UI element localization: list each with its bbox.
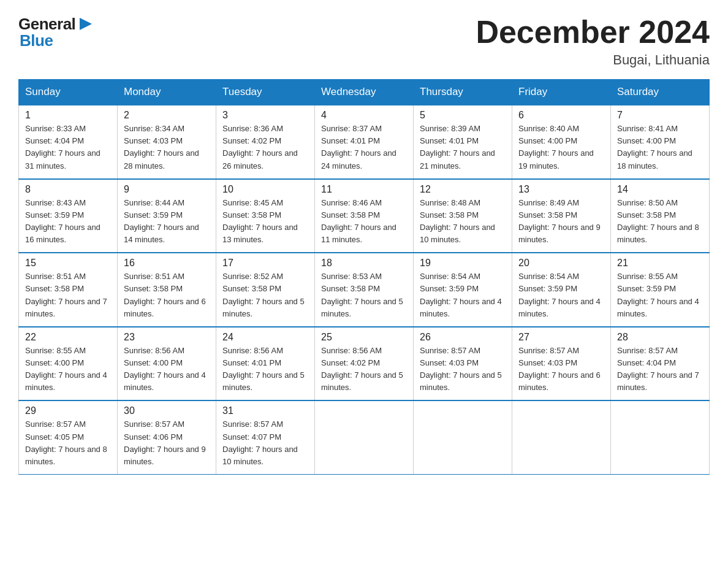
day-info: Sunrise: 8:51 AMSunset: 3:58 PMDaylight:… [124, 270, 210, 320]
day-info: Sunrise: 8:55 AMSunset: 4:00 PMDaylight:… [25, 345, 111, 394]
day-number: 24 [222, 332, 308, 343]
calendar-cell: 6Sunrise: 8:40 AMSunset: 4:00 PMDaylight… [512, 105, 611, 179]
calendar-cell: 5Sunrise: 8:39 AMSunset: 4:01 PMDaylight… [414, 105, 512, 179]
calendar-cell: 14Sunrise: 8:50 AMSunset: 3:58 PMDayligh… [611, 179, 710, 253]
day-info: Sunrise: 8:54 AMSunset: 3:59 PMDaylight:… [518, 270, 604, 320]
day-number: 4 [321, 110, 407, 121]
calendar-cell: 24Sunrise: 8:56 AMSunset: 4:01 PMDayligh… [216, 327, 315, 401]
location-title: Bugai, Lithuania [476, 52, 710, 68]
calendar-cell: 18Sunrise: 8:53 AMSunset: 3:58 PMDayligh… [315, 253, 414, 327]
day-number: 17 [222, 258, 308, 269]
day-number: 10 [222, 184, 308, 195]
day-info: Sunrise: 8:54 AMSunset: 3:59 PMDaylight:… [420, 270, 506, 320]
calendar-week-row: 22Sunrise: 8:55 AMSunset: 4:00 PMDayligh… [19, 327, 710, 401]
day-info: Sunrise: 8:50 AMSunset: 3:58 PMDaylight:… [617, 197, 703, 247]
day-number: 15 [25, 258, 111, 269]
day-number: 7 [617, 110, 703, 121]
calendar-week-row: 29Sunrise: 8:57 AMSunset: 4:05 PMDayligh… [19, 400, 710, 474]
calendar-cell: 17Sunrise: 8:52 AMSunset: 3:58 PMDayligh… [216, 253, 315, 327]
day-number: 23 [124, 332, 210, 343]
col-header-tuesday: Tuesday [216, 80, 315, 105]
calendar-cell: 2Sunrise: 8:34 AMSunset: 4:03 PMDaylight… [118, 105, 216, 179]
day-info: Sunrise: 8:39 AMSunset: 4:01 PMDaylight:… [420, 123, 506, 172]
logo-arrow-icon [77, 15, 94, 33]
day-info: Sunrise: 8:57 AMSunset: 4:06 PMDaylight:… [124, 418, 210, 468]
col-header-friday: Friday [512, 80, 611, 105]
day-info: Sunrise: 8:51 AMSunset: 3:58 PMDaylight:… [25, 270, 111, 320]
calendar-table: SundayMondayTuesdayWednesdayThursdayFrid… [18, 79, 710, 475]
calendar-cell: 16Sunrise: 8:51 AMSunset: 3:58 PMDayligh… [118, 253, 216, 327]
calendar-cell [512, 400, 611, 474]
day-number: 9 [124, 184, 210, 195]
calendar-cell: 21Sunrise: 8:55 AMSunset: 3:59 PMDayligh… [611, 253, 710, 327]
logo-area: General Blue [18, 15, 94, 50]
day-number: 21 [617, 258, 703, 269]
calendar-cell: 29Sunrise: 8:57 AMSunset: 4:05 PMDayligh… [19, 400, 118, 474]
col-header-sunday: Sunday [19, 80, 118, 105]
col-header-thursday: Thursday [414, 80, 512, 105]
day-number: 14 [617, 184, 703, 195]
day-number: 20 [518, 258, 604, 269]
calendar-cell: 23Sunrise: 8:56 AMSunset: 4:00 PMDayligh… [118, 327, 216, 401]
day-number: 13 [518, 184, 604, 195]
day-number: 18 [321, 258, 407, 269]
day-number: 8 [25, 184, 111, 195]
day-info: Sunrise: 8:57 AMSunset: 4:04 PMDaylight:… [617, 345, 703, 394]
day-number: 3 [222, 110, 308, 121]
day-info: Sunrise: 8:48 AMSunset: 3:58 PMDaylight:… [420, 197, 506, 247]
col-header-saturday: Saturday [611, 80, 710, 105]
day-number: 19 [420, 258, 506, 269]
logo-blue-text: Blue [20, 31, 53, 50]
calendar-week-row: 8Sunrise: 8:43 AMSunset: 3:59 PMDaylight… [19, 179, 710, 253]
calendar-cell: 30Sunrise: 8:57 AMSunset: 4:06 PMDayligh… [118, 400, 216, 474]
day-number: 1 [25, 110, 111, 121]
calendar-week-row: 1Sunrise: 8:33 AMSunset: 4:04 PMDaylight… [19, 105, 710, 179]
day-info: Sunrise: 8:56 AMSunset: 4:01 PMDaylight:… [222, 345, 308, 394]
calendar-cell: 11Sunrise: 8:46 AMSunset: 3:58 PMDayligh… [315, 179, 414, 253]
calendar-cell: 20Sunrise: 8:54 AMSunset: 3:59 PMDayligh… [512, 253, 611, 327]
calendar-cell: 31Sunrise: 8:57 AMSunset: 4:07 PMDayligh… [216, 400, 315, 474]
calendar-cell: 26Sunrise: 8:57 AMSunset: 4:03 PMDayligh… [414, 327, 512, 401]
day-info: Sunrise: 8:45 AMSunset: 3:58 PMDaylight:… [222, 197, 308, 247]
day-number: 30 [124, 405, 210, 416]
calendar-cell: 1Sunrise: 8:33 AMSunset: 4:04 PMDaylight… [19, 105, 118, 179]
title-area: December 2024 Bugai, Lithuania [476, 15, 710, 68]
day-number: 12 [420, 184, 506, 195]
day-number: 2 [124, 110, 210, 121]
calendar-cell [414, 400, 512, 474]
svg-marker-0 [80, 18, 92, 30]
day-info: Sunrise: 8:57 AMSunset: 4:05 PMDaylight:… [25, 418, 111, 468]
page-header: General Blue December 2024 Bugai, Lithua… [18, 15, 710, 68]
day-info: Sunrise: 8:41 AMSunset: 4:00 PMDaylight:… [617, 123, 703, 172]
day-info: Sunrise: 8:44 AMSunset: 3:59 PMDaylight:… [124, 197, 210, 247]
day-info: Sunrise: 8:40 AMSunset: 4:00 PMDaylight:… [518, 123, 604, 172]
day-info: Sunrise: 8:37 AMSunset: 4:01 PMDaylight:… [321, 123, 407, 172]
col-header-wednesday: Wednesday [315, 80, 414, 105]
day-info: Sunrise: 8:34 AMSunset: 4:03 PMDaylight:… [124, 123, 210, 172]
calendar-cell: 22Sunrise: 8:55 AMSunset: 4:00 PMDayligh… [19, 327, 118, 401]
day-number: 26 [420, 332, 506, 343]
calendar-cell: 19Sunrise: 8:54 AMSunset: 3:59 PMDayligh… [414, 253, 512, 327]
day-info: Sunrise: 8:56 AMSunset: 4:00 PMDaylight:… [124, 345, 210, 394]
calendar-cell: 13Sunrise: 8:49 AMSunset: 3:58 PMDayligh… [512, 179, 611, 253]
day-info: Sunrise: 8:57 AMSunset: 4:03 PMDaylight:… [518, 345, 604, 394]
day-info: Sunrise: 8:56 AMSunset: 4:02 PMDaylight:… [321, 345, 407, 394]
calendar-cell: 9Sunrise: 8:44 AMSunset: 3:59 PMDaylight… [118, 179, 216, 253]
day-info: Sunrise: 8:57 AMSunset: 4:03 PMDaylight:… [420, 345, 506, 394]
day-info: Sunrise: 8:57 AMSunset: 4:07 PMDaylight:… [222, 418, 308, 468]
day-info: Sunrise: 8:43 AMSunset: 3:59 PMDaylight:… [25, 197, 111, 247]
day-number: 29 [25, 405, 111, 416]
calendar-cell: 12Sunrise: 8:48 AMSunset: 3:58 PMDayligh… [414, 179, 512, 253]
day-number: 11 [321, 184, 407, 195]
day-info: Sunrise: 8:49 AMSunset: 3:58 PMDaylight:… [518, 197, 604, 247]
calendar-cell: 28Sunrise: 8:57 AMSunset: 4:04 PMDayligh… [611, 327, 710, 401]
calendar-cell: 25Sunrise: 8:56 AMSunset: 4:02 PMDayligh… [315, 327, 414, 401]
day-number: 22 [25, 332, 111, 343]
day-number: 31 [222, 405, 308, 416]
col-header-monday: Monday [118, 80, 216, 105]
calendar-cell: 7Sunrise: 8:41 AMSunset: 4:00 PMDaylight… [611, 105, 710, 179]
calendar-cell: 4Sunrise: 8:37 AMSunset: 4:01 PMDaylight… [315, 105, 414, 179]
day-info: Sunrise: 8:52 AMSunset: 3:58 PMDaylight:… [222, 270, 308, 320]
day-number: 6 [518, 110, 604, 121]
day-number: 5 [420, 110, 506, 121]
